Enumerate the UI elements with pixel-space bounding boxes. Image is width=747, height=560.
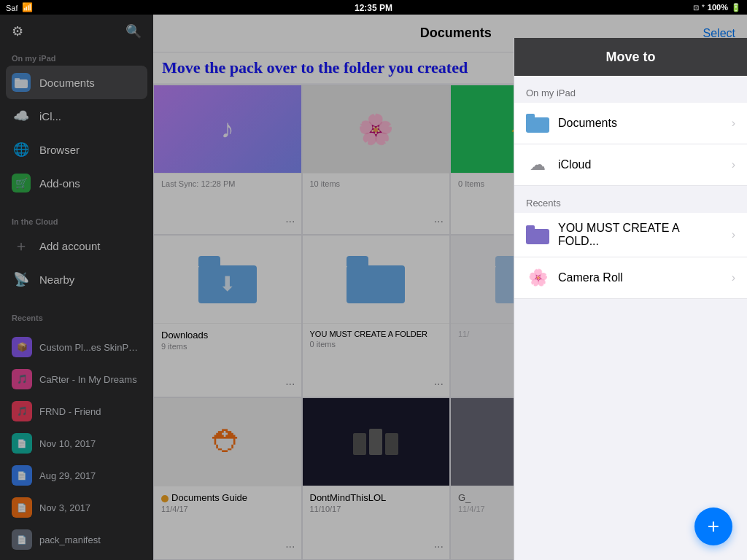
move-to-panel: Move to On my iPad Documents › ☁ iCloud …: [514, 38, 747, 560]
move-to-must-create-chevron: ›: [732, 228, 735, 241]
move-to-must-create-icon: [526, 223, 549, 246]
battery-icon: 🔋: [731, 3, 741, 12]
status-bar-left: Safari 📶: [6, 2, 33, 12]
status-bar-right: ⊡ * 100% 🔋: [693, 3, 741, 12]
move-to-camera-roll-label: Camera Roll: [558, 271, 723, 284]
move-to-documents[interactable]: Documents ›: [514, 103, 747, 144]
move-to-camera-roll-chevron: ›: [732, 271, 735, 284]
move-to-title: Move to: [605, 50, 655, 65]
cloud-icon: ☁: [530, 155, 546, 174]
fab-button[interactable]: +: [694, 508, 732, 545]
bluetooth-icon: *: [702, 4, 705, 12]
safari-icon: Safari: [6, 3, 18, 12]
status-bar-time: 12:35 PM: [355, 1, 392, 14]
move-to-camera-roll-icon: 🌸: [526, 266, 549, 289]
move-to-header: Move to: [514, 38, 747, 76]
move-to-documents-label: Documents: [558, 117, 723, 130]
move-to-recents-label: Recents: [514, 186, 747, 213]
airplay-icon: ⊡: [693, 4, 699, 12]
move-to-icloud-chevron: ›: [732, 158, 735, 171]
svg-text:Safari: Safari: [6, 4, 18, 12]
wifi-icon: 📶: [22, 2, 33, 12]
folder-sm-docs: [526, 114, 549, 133]
status-bar: Safari 📶 12:35 PM ⊡ * 100% 🔋: [0, 0, 747, 15]
move-to-documents-chevron: ›: [732, 117, 735, 130]
move-to-camera-roll[interactable]: 🌸 Camera Roll ›: [514, 257, 747, 299]
move-to-icloud-icon: ☁: [526, 153, 549, 176]
move-to-icloud-label: iCloud: [558, 158, 723, 171]
move-to-documents-icon: [526, 112, 549, 135]
move-to-must-create[interactable]: YOU MUST CREATE A FOLD... ›: [514, 213, 747, 257]
move-to-on-ipad-label: On my iPad: [514, 76, 747, 103]
move-to-icloud[interactable]: ☁ iCloud ›: [514, 144, 747, 186]
folder-sm-must-create: [526, 225, 549, 244]
move-to-must-create-label: YOU MUST CREATE A FOLD...: [558, 222, 723, 248]
